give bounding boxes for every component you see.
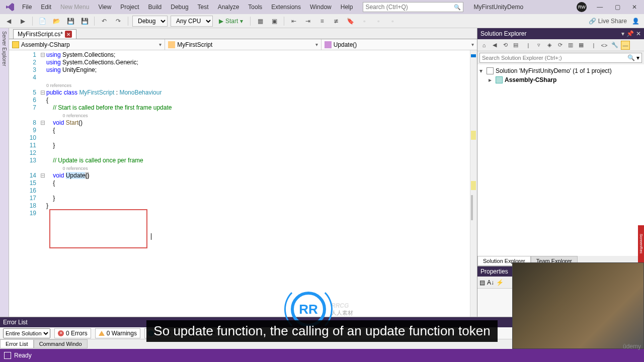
config-dropdown[interactable]: Debug <box>132 16 168 27</box>
code-surface[interactable]: using System.Collections;using System.Co… <box>46 50 470 340</box>
menu-edit[interactable]: Edit <box>37 2 55 13</box>
menu-view[interactable]: View <box>94 2 115 13</box>
new-project-icon[interactable]: 📄 <box>37 16 48 27</box>
menu-project[interactable]: Project <box>116 2 143 13</box>
scroll-thumb[interactable] <box>471 195 473 220</box>
menu-debug[interactable]: Debug <box>167 2 192 13</box>
tb-icon-4[interactable]: ▫ <box>373 16 384 27</box>
indent-left-icon[interactable]: ⇤ <box>288 16 299 27</box>
sort-icon[interactable]: A↓ <box>487 279 494 286</box>
window-controls: — ▢ ✕ <box>592 4 642 11</box>
close-icon[interactable]: ✕ <box>627 2 642 13</box>
comment-icon[interactable]: ≡ <box>316 16 328 27</box>
status-bar: Ready <box>0 349 644 362</box>
menu-analyze[interactable]: Analyze <box>214 2 244 13</box>
solution-root[interactable]: ▾ Solution 'MyFirstUnityDemo' (1 of 1 pr… <box>479 66 642 75</box>
events-icon[interactable]: ⚡ <box>496 279 504 286</box>
solution-explorer-header[interactable]: Solution Explorer ▾📌✕ <box>477 28 644 39</box>
text-caret <box>151 233 151 240</box>
tb-icon-1[interactable]: ▦ <box>255 16 266 27</box>
feedback-icon[interactable]: 👤 <box>630 16 641 27</box>
class-icon <box>168 41 175 48</box>
screenrec-badge: ScreenRec <box>638 225 644 262</box>
code-editor[interactable]: 12345678910111213141516171819 ⊟⊟⊟⊟ using… <box>9 50 477 340</box>
menu-extensions[interactable]: Extensions <box>267 2 305 13</box>
props-icon[interactable]: ▥ <box>566 41 575 50</box>
titlebar: File Edit New Menu View Project Build De… <box>0 0 644 14</box>
minimize-icon[interactable]: — <box>592 2 608 13</box>
indent-right-icon[interactable]: ⇥ <box>302 16 313 27</box>
uncomment-icon[interactable]: ≢ <box>331 16 342 27</box>
menu-test[interactable]: Test <box>194 2 213 13</box>
quick-search-input[interactable] <box>365 4 454 11</box>
redo-icon[interactable]: ↷ <box>113 16 124 27</box>
menu-new[interactable]: New Menu <box>56 2 93 13</box>
nav-member-dropdown[interactable]: Update() <box>321 39 477 50</box>
start-button[interactable]: ▶ Start ▾ <box>216 18 246 25</box>
solution-tree[interactable]: ▾ Solution 'MyFirstUnityDemo' (1 of 1 pr… <box>477 64 644 256</box>
project-node[interactable]: ▸ Assembly-CSharp <box>479 75 642 84</box>
tb-icon-3[interactable]: ▫ <box>359 16 370 27</box>
refresh-icon[interactable]: ⟳ <box>555 41 565 50</box>
wrench-icon[interactable]: 🔧 <box>610 41 619 50</box>
tb-icon-2[interactable]: ▣ <box>269 16 280 27</box>
scroll-marker <box>471 131 476 140</box>
csharp-icon <box>12 41 19 48</box>
sync-icon[interactable]: ⟲ <box>501 41 510 50</box>
save-icon[interactable]: 💾 <box>65 16 76 27</box>
main-toolbar: ◀ ▶ 📄 📂 💾 💾 ↶ ↷ Debug Any CPU ▶ Start ▾ … <box>0 14 644 28</box>
solution-explorer-toolbar: ⌂ ◀ ⟲ ▤ | ▿ ◈ ⟳ ▥ ▦ | <> 🔧 — <box>477 39 644 51</box>
menu-file[interactable]: File <box>18 2 36 13</box>
back-icon[interactable]: ◀ <box>3 16 14 27</box>
search-icon: 🔍 ▾ <box>627 54 639 61</box>
main-menu: File Edit New Menu View Project Build De… <box>18 2 357 13</box>
csharp-icon <box>496 76 503 83</box>
editor-area: MyFirstScript.cs* ✕ Assembly-CSharp MyFi… <box>9 28 477 349</box>
solution-search[interactable]: 🔍 ▾ <box>479 53 642 63</box>
save-all-icon[interactable]: 💾 <box>79 16 90 27</box>
vs-logo-icon <box>5 2 15 12</box>
search-icon: 🔍 <box>454 4 461 11</box>
undo-icon[interactable]: ↶ <box>99 16 110 27</box>
pin-icon[interactable]: 📌 <box>626 30 634 37</box>
menu-build[interactable]: Build <box>144 2 166 13</box>
menu-tools[interactable]: Tools <box>244 2 266 13</box>
folding-strip[interactable]: ⊟⊟⊟⊟ <box>39 50 46 340</box>
solution-search-input[interactable] <box>482 55 627 61</box>
platform-dropdown[interactable]: Any CPU <box>171 16 213 27</box>
back-icon[interactable]: ◀ <box>490 41 499 50</box>
doc-tab-label: MyFirstScript.cs* <box>18 31 63 38</box>
menu-help[interactable]: Help <box>337 2 357 13</box>
menu-window[interactable]: Window <box>306 2 336 13</box>
show-all-icon[interactable]: ◈ <box>545 41 554 50</box>
doc-tab-myfirstscript[interactable]: MyFirstScript.cs* ✕ <box>13 29 76 39</box>
expander-icon[interactable]: ▸ <box>489 76 494 83</box>
solution-icon <box>487 67 494 74</box>
maximize-icon[interactable]: ▢ <box>610 2 625 13</box>
home-icon[interactable]: ⌂ <box>479 41 489 50</box>
nav-class-dropdown[interactable]: MyFirstScript <box>165 39 321 50</box>
tb-icon-5[interactable]: ▫ <box>387 16 398 27</box>
quick-search[interactable]: 🔍 <box>363 2 463 12</box>
live-share-button[interactable]: 🔗 Live Share <box>589 18 627 25</box>
scroll-marker <box>471 181 476 190</box>
collapse-icon[interactable]: ▤ <box>511 41 520 50</box>
expander-icon[interactable]: ▾ <box>479 67 485 74</box>
line-gutter: 12345678910111213141516171819 <box>9 50 39 340</box>
preview-icon[interactable]: ▦ <box>577 41 586 50</box>
left-tool-strip[interactable]: Server Explorer <box>0 28 9 349</box>
filter-icon[interactable]: ▿ <box>534 41 543 50</box>
method-icon <box>325 41 332 48</box>
categorize-icon[interactable]: ▤ <box>479 279 485 286</box>
forward-icon[interactable]: ▶ <box>17 16 28 27</box>
user-avatar[interactable]: RW <box>577 2 587 12</box>
close-panel-icon[interactable]: ✕ <box>636 30 641 37</box>
bookmark-icon[interactable]: 🔖 <box>345 16 356 27</box>
code-icon[interactable]: <> <box>600 41 609 50</box>
close-tab-icon[interactable]: ✕ <box>65 31 72 38</box>
scroll-map[interactable] <box>470 50 477 340</box>
highlight-icon[interactable]: — <box>621 41 630 50</box>
nav-scope-dropdown[interactable]: Assembly-CSharp <box>9 39 165 50</box>
open-icon[interactable]: 📂 <box>51 16 62 27</box>
dropdown-icon[interactable]: ▾ <box>621 30 624 37</box>
